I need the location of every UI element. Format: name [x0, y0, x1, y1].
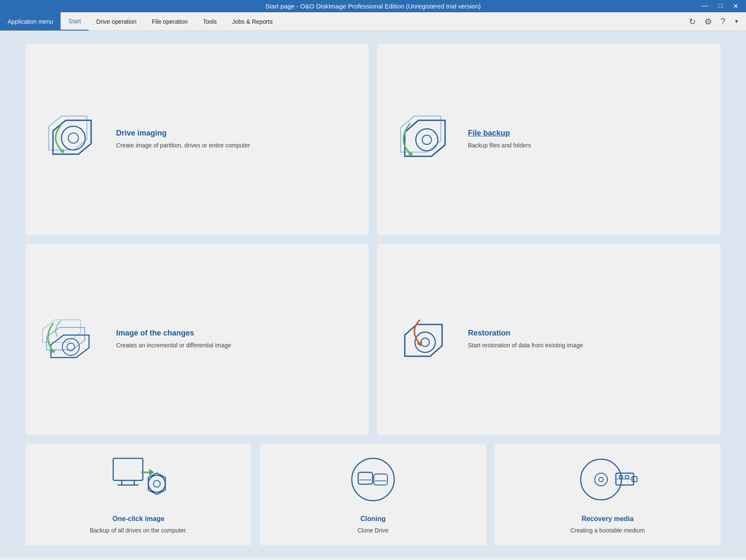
- app-menu-label: Application menu: [8, 18, 53, 25]
- file-backup-icon: [390, 105, 458, 173]
- restoration-card[interactable]: Restoration Start restoration of data fr…: [377, 244, 721, 435]
- settings-icon[interactable]: ⚙: [702, 15, 715, 28]
- cloning-title: Cloning: [357, 515, 388, 523]
- restoration-desc: Start restoration of data from existing …: [468, 341, 583, 350]
- cloning-text: Cloning Clone Drive: [357, 515, 388, 535]
- svg-marker-3: [49, 116, 87, 150]
- one-click-desc: Backup of all drives on the computer.: [90, 526, 187, 535]
- window-controls: — □ ✕: [698, 1, 742, 11]
- recovery-icon: [582, 454, 633, 505]
- svg-point-27: [153, 480, 160, 487]
- restoration-text: Restoration Start restoration of data fr…: [468, 329, 583, 350]
- app-menu-button[interactable]: Application menu: [0, 12, 61, 30]
- svg-point-2: [68, 133, 78, 143]
- maximize-button[interactable]: □: [715, 1, 726, 11]
- cloning-desc: Clone Drive: [357, 526, 388, 535]
- one-click-title: One-click image: [90, 515, 187, 523]
- title-text: Start page - O&O DiskImage Professional …: [265, 3, 481, 10]
- file-backup-text: File backup Backup files and folders: [468, 129, 531, 150]
- image-changes-card[interactable]: Image of the changes Creates an incremen…: [25, 244, 369, 435]
- svg-point-34: [581, 459, 621, 500]
- drive-imaging-desc: Create image of partition, drives or ent…: [116, 141, 250, 150]
- restoration-title: Restoration: [468, 329, 583, 338]
- svg-marker-28: [148, 473, 165, 494]
- drive-imaging-text: Drive imaging Create image of partition,…: [116, 129, 250, 150]
- recovery-title: Recovery media: [570, 515, 645, 523]
- svg-marker-19: [417, 341, 423, 347]
- close-button[interactable]: ✕: [729, 1, 742, 11]
- svg-point-1: [61, 126, 85, 150]
- card-row-3: One-click image Backup of all drives on …: [25, 444, 721, 545]
- file-backup-card[interactable]: File backup Backup files and folders: [377, 44, 721, 235]
- drive-imaging-title: Drive imaging: [116, 129, 250, 138]
- title-bar: Start page - O&O DiskImage Professional …: [0, 0, 746, 12]
- image-changes-title: Image of the changes: [116, 329, 231, 338]
- menu-item-drive-operation[interactable]: Drive operation: [89, 12, 144, 30]
- refresh-icon[interactable]: ↻: [686, 15, 699, 28]
- drive-imaging-card[interactable]: Drive imaging Create image of partition,…: [25, 44, 369, 235]
- one-click-icon: [113, 454, 164, 505]
- menu-item-start[interactable]: Start: [61, 12, 89, 30]
- svg-point-36: [599, 477, 603, 482]
- restoration-icon: [390, 305, 458, 373]
- svg-point-11: [62, 338, 79, 355]
- main-content: Drive imaging Create image of partition,…: [0, 31, 746, 558]
- card-row-2: Image of the changes Creates an incremen…: [25, 244, 721, 435]
- svg-point-26: [148, 475, 165, 492]
- drive-imaging-icon: [38, 105, 106, 173]
- menu-item-tools[interactable]: Tools: [195, 12, 225, 30]
- one-click-card[interactable]: One-click image Backup of all drives on …: [25, 444, 251, 545]
- image-changes-desc: Creates an incremental or differential i…: [116, 341, 231, 350]
- toolbar-icons: ↻ ⚙ ? ▼: [686, 12, 746, 30]
- card-row-1: Drive imaging Create image of partition,…: [25, 44, 721, 235]
- menu-item-jobs[interactable]: Jobs & Reports: [224, 12, 280, 30]
- svg-rect-31: [374, 474, 387, 485]
- svg-marker-16: [405, 324, 442, 356]
- recovery-desc: Creating a bootable medium: [570, 526, 645, 535]
- menu-item-file-operation[interactable]: File operation: [144, 12, 195, 30]
- expand-icon[interactable]: ▼: [731, 17, 742, 26]
- svg-point-6: [416, 129, 438, 151]
- image-changes-icon: [38, 305, 106, 373]
- cloning-icon: [348, 454, 398, 505]
- one-click-text: One-click image Backup of all drives on …: [90, 515, 187, 535]
- minimize-button[interactable]: —: [698, 1, 712, 11]
- menu-bar: Application menu Start Drive operation F…: [0, 12, 746, 31]
- image-changes-text: Image of the changes Creates an incremen…: [116, 329, 231, 350]
- cloning-card[interactable]: Cloning Clone Drive: [260, 444, 486, 545]
- help-icon[interactable]: ?: [718, 15, 728, 28]
- recovery-text: Recovery media Creating a bootable mediu…: [570, 515, 645, 535]
- file-backup-title: File backup: [468, 129, 531, 138]
- svg-point-35: [595, 473, 607, 486]
- file-backup-desc: Backup files and folders: [468, 141, 531, 150]
- svg-rect-39: [625, 476, 629, 479]
- recovery-card[interactable]: Recovery media Creating a bootable mediu…: [495, 444, 721, 545]
- svg-rect-20: [113, 458, 143, 480]
- svg-point-7: [422, 135, 431, 144]
- svg-rect-30: [358, 472, 373, 484]
